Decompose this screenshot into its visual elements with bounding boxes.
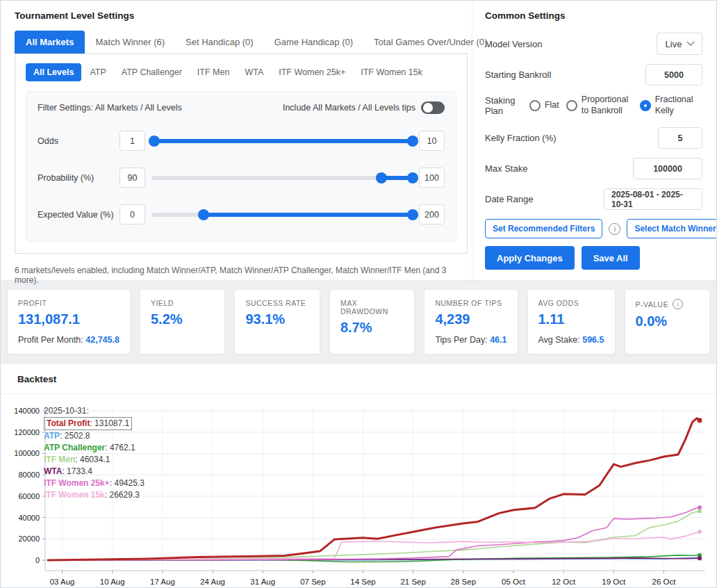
svg-text:14 Sep: 14 Sep xyxy=(350,578,375,586)
slider-fill xyxy=(154,139,413,143)
stat-value: 131,087.1 xyxy=(18,311,120,327)
probability-slider[interactable] xyxy=(151,172,413,183)
odds-slider-high-handle[interactable] xyxy=(407,136,418,147)
tab-atp[interactable]: ATP xyxy=(83,63,113,81)
expected-value-min-input[interactable]: 0 xyxy=(120,204,145,224)
stat-card-profit: PROFIT 131,087.1 Profit Per Month: 42,74… xyxy=(7,289,131,354)
apply-changes-button[interactable]: Apply Changes xyxy=(485,246,575,270)
probability-slider-high-handle[interactable] xyxy=(407,172,418,183)
filter-settings-box: Filter Settings: All Markets / All Level… xyxy=(26,91,456,242)
save-all-button[interactable]: Save All xyxy=(582,246,640,270)
common-settings-title: Common Settings xyxy=(485,10,702,21)
kelly-fraction-label: Kelly Fraction (%) xyxy=(485,133,557,143)
odds-slider-low-handle[interactable] xyxy=(149,136,160,147)
tab-itf-women-15k[interactable]: ITF Women 15k xyxy=(354,63,429,81)
staking-plan-label: Staking Plan xyxy=(485,95,529,116)
include-tips-toggle-label: Include All Markets / All Levels tips xyxy=(283,103,415,113)
odds-slider-row: Odds 1 10 xyxy=(38,131,445,151)
svg-text:20000: 20000 xyxy=(18,534,40,543)
tab-set-handicap[interactable]: Set Handicap (0) xyxy=(175,31,264,54)
probability-max-input[interactable]: 100 xyxy=(419,168,445,188)
stat-card-avg-odds: AVG ODDS 1.11 Avg Stake: 596.5 xyxy=(527,289,616,354)
common-settings-panel: Common Settings Model Version Live Start… xyxy=(472,1,716,280)
svg-text:31 Aug: 31 Aug xyxy=(250,578,275,586)
tab-atp-challenger[interactable]: ATP Challenger xyxy=(115,63,189,81)
odds-min-input[interactable]: 1 xyxy=(120,131,145,151)
stat-label: PROFIT xyxy=(18,299,120,307)
include-tips-toggle[interactable] xyxy=(421,101,445,114)
info-icon[interactable]: i xyxy=(673,299,683,309)
set-recommended-filters-button[interactable]: Set Recommended Filters xyxy=(485,219,602,238)
svg-text:10 Aug: 10 Aug xyxy=(100,578,125,586)
max-stake-input[interactable]: 100000 xyxy=(633,158,702,179)
slider-fill xyxy=(204,213,413,217)
kelly-fraction-row: Kelly Fraction (%) 5 xyxy=(485,127,702,149)
tab-all-levels[interactable]: All Levels xyxy=(26,63,81,81)
tab-all-markets[interactable]: All Markets xyxy=(15,31,85,54)
expected-value-max-input[interactable]: 200 xyxy=(419,204,445,224)
svg-text:05 Oct: 05 Oct xyxy=(502,578,526,586)
date-range-input[interactable]: 2025-08-01 - 2025-10-31 xyxy=(604,188,702,210)
date-range-row: Date Range 2025-08-01 - 2025-10-31 xyxy=(485,188,702,210)
probability-min-input[interactable]: 90 xyxy=(120,168,145,188)
radio-icon xyxy=(529,100,541,111)
radio-flat[interactable]: Flat xyxy=(529,100,559,111)
stat-subtext: Avg Stake: 596.5 xyxy=(538,335,604,345)
svg-text:12 Oct: 12 Oct xyxy=(552,578,576,586)
staking-plan-options: Flat Proportional to Bankroll Fractional… xyxy=(529,95,702,116)
action-buttons-row: Apply Changes Save All xyxy=(485,246,702,270)
starting-bankroll-label: Starting Bankroll xyxy=(485,70,551,80)
stat-card-number-of-tips: NUMBER OF TIPS 4,239 Tips Per Day: 46.1 xyxy=(424,289,518,354)
tab-wta[interactable]: WTA xyxy=(238,63,270,81)
stat-value: 5.2% xyxy=(151,311,214,327)
svg-text:100000: 100000 xyxy=(14,449,40,457)
radio-icon xyxy=(566,100,577,111)
stat-label: YIELD xyxy=(151,299,214,307)
backtest-chart: 0200004000060000800001000001200001400000… xyxy=(1,394,716,588)
expected-value-slider[interactable] xyxy=(151,209,413,220)
odds-slider[interactable] xyxy=(151,136,413,147)
svg-text:19 Oct: 19 Oct xyxy=(602,578,626,586)
tab-match-winner[interactable]: Match Winner (6) xyxy=(85,31,175,54)
radio-proportional[interactable]: Proportional to Bankroll xyxy=(566,95,633,116)
odds-max-input[interactable]: 10 xyxy=(419,131,445,151)
radio-fractional-kelly[interactable]: Fractional Kelly xyxy=(640,95,702,116)
market-tab-content: All Levels ATP ATP Challenger ITF Men WT… xyxy=(15,54,468,254)
probability-slider-low-handle[interactable] xyxy=(376,172,387,183)
stat-label: MAX DRAWDOWN xyxy=(340,299,404,316)
tab-itf-women-25k[interactable]: ITF Women 25k+ xyxy=(272,63,352,81)
expected-value-slider-low-handle[interactable] xyxy=(198,209,209,220)
svg-text:40000: 40000 xyxy=(18,514,40,522)
svg-text:17 Aug: 17 Aug xyxy=(150,578,175,586)
chevron-down-icon xyxy=(687,38,695,46)
stat-subtext: Tips Per Day: 46.1 xyxy=(435,335,506,345)
tournament-settings-title: Tournament Level Settings xyxy=(15,10,472,21)
stat-label: NUMBER OF TIPS xyxy=(435,299,506,307)
tab-itf-men[interactable]: ITF Men xyxy=(190,63,237,81)
model-version-select[interactable]: Live xyxy=(657,33,702,55)
starting-bankroll-input[interactable]: 5000 xyxy=(645,64,702,85)
stat-value: 1.11 xyxy=(538,311,604,327)
svg-text:07 Sep: 07 Sep xyxy=(300,578,325,586)
slider-track[interactable] xyxy=(151,176,413,180)
profit-line-chart: 0200004000060000800001000001200001400000… xyxy=(8,400,711,588)
expected-value-slider-high-handle[interactable] xyxy=(407,209,418,220)
model-version-row: Model Version Live xyxy=(485,33,702,55)
tab-game-handicap[interactable]: Game Handicap (0) xyxy=(264,31,363,54)
market-tabs: All Markets Match Winner (6) Set Handica… xyxy=(15,31,468,54)
max-stake-label: Max Stake xyxy=(485,163,527,174)
level-tabs: All Levels ATP ATP Challenger ITF Men WT… xyxy=(26,63,456,81)
stat-card-p-value: P-VALUEi 0.0% xyxy=(625,289,710,354)
info-icon[interactable]: i xyxy=(609,223,620,235)
max-stake-row: Max Stake 100000 xyxy=(485,158,702,179)
radio-proportional-label: Proportional to Bankroll xyxy=(582,95,633,116)
kelly-fraction-input[interactable]: 5 xyxy=(658,127,702,149)
select-match-winner-only-button[interactable]: Select Match Winner Only xyxy=(627,219,717,238)
stat-label: P-VALUEi xyxy=(636,299,699,309)
backtest-title: Backtest xyxy=(1,364,716,394)
stat-label: AVG ODDS xyxy=(538,299,604,307)
svg-text:24 Aug: 24 Aug xyxy=(200,578,225,586)
tab-total-games[interactable]: Total Games Over/Under (0) xyxy=(363,31,497,54)
stat-value: 8.7% xyxy=(340,320,404,336)
svg-text:60000: 60000 xyxy=(18,492,40,500)
